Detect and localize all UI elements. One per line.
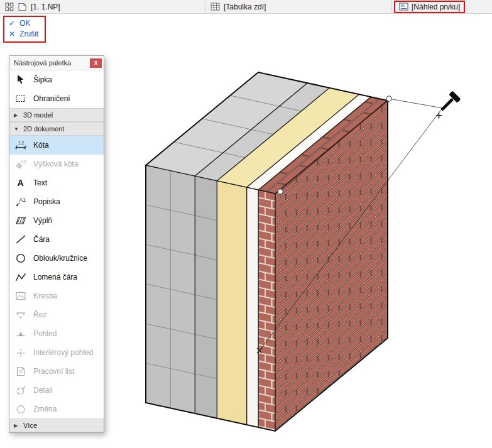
tool-label: Šipka [33, 75, 52, 84]
drawing-icon [14, 290, 28, 302]
tab-bar: [1. 1.NP] [Tabulka zdí] [Náhled prvku] [0, 0, 492, 14]
tool-polyline[interactable]: Lomená čára [9, 268, 104, 287]
tool-label: Interiérový pohled [33, 348, 93, 357]
section-3d-model[interactable]: ▶ 3D model [9, 108, 104, 122]
svg-text:1.2: 1.2 [21, 160, 27, 163]
cancel-button-label: Zrušit [19, 30, 38, 38]
tool-elevation[interactable]: Pohled [9, 324, 104, 343]
tool-line[interactable]: Čára [9, 230, 104, 249]
section-2d-document[interactable]: ▼ 2D dokument [9, 122, 104, 136]
tab-wall-schedule[interactable]: [Tabulka zdí] [205, 0, 391, 13]
tab-element-preview-label: [Náhled prvku] [412, 3, 460, 11]
tool-palette-window: Nástrojová paletka x Šipka Ohraničení ▶ … [9, 55, 104, 433]
brick-end-face [258, 190, 275, 431]
marquee-icon [14, 92, 28, 105]
tool-drawing[interactable]: Kresba [9, 287, 104, 305]
fill-hatch-icon [14, 214, 28, 227]
floor-plan-tab-icon [18, 3, 27, 11]
annotation-highlight-preview-tab: [Náhled prvku] [394, 1, 465, 13]
tool-worksheet[interactable]: Pracovní list [9, 362, 104, 381]
section-more[interactable]: ▶ Více [9, 418, 104, 432]
tab-wall-schedule-label: [Tabulka zdí] [224, 3, 266, 11]
detail-marker-icon [14, 384, 28, 396]
element-preview-tab-icon [399, 3, 408, 11]
tool-section[interactable]: Řez [9, 305, 104, 324]
section-label: Více [23, 422, 37, 429]
cancel-button[interactable]: ✕ Zrušit [9, 30, 38, 38]
section-label: 3D model [23, 111, 53, 119]
tool-label: Kresba [33, 292, 57, 300]
close-icon[interactable]: x [90, 58, 102, 68]
tool-palette-titlebar[interactable]: Nástrojová paletka x [9, 56, 104, 70]
hammer-cursor-icon [436, 90, 461, 118]
svg-text:1.2: 1.2 [18, 141, 24, 145]
tool-label: Popiska [33, 197, 60, 206]
tool-label: Pracovní list [33, 367, 74, 376]
dimension-point-marker [278, 189, 283, 194]
tool-label: Text [33, 178, 47, 187]
tool-change[interactable]: Změna [9, 400, 104, 418]
tool-label: Oblouk/kružnice [33, 254, 87, 263]
annotation-highlight-confirm: ✓ OK ✕ Zrušit [3, 16, 46, 43]
svg-text:A1: A1 [19, 197, 26, 203]
tool-level-dimension[interactable]: 1.2 Výšková kóta [9, 155, 104, 173]
tool-arrow[interactable]: Šipka [9, 70, 104, 89]
tool-label: Výšková kóta [33, 160, 78, 168]
schedule-table-icon [210, 3, 220, 11]
tool-label: Ohraničení [33, 94, 70, 103]
section-marker-icon [14, 309, 28, 321]
tool-label: Výplň [33, 216, 52, 225]
worksheet-icon [14, 365, 28, 378]
svg-text:A: A [18, 178, 24, 188]
tool-arc-circle[interactable]: Oblouk/kružnice [9, 249, 104, 268]
tool-palette-title: Nástrojová paletka [14, 59, 71, 67]
tool-label-tool[interactable]: A1 Popiska [9, 192, 104, 211]
dimension-icon: 1.2 [14, 139, 28, 151]
elevation-marker-icon [14, 327, 28, 340]
insulation-end-face [217, 181, 246, 425]
tool-text[interactable]: A Text [9, 173, 104, 192]
section-label: 2D dokument [23, 125, 64, 133]
ok-button-label: OK [19, 19, 30, 28]
tool-label: Pohled [33, 329, 57, 338]
polyline-icon [14, 271, 28, 283]
line-icon [14, 233, 28, 246]
wall-3d-preview [146, 72, 388, 431]
level-dimension-icon: 1.2 [14, 158, 28, 170]
circle-icon [14, 252, 28, 265]
label-icon: A1 [14, 195, 28, 208]
tool-detail[interactable]: Detail [9, 381, 104, 400]
tool-label: Kóta [33, 141, 49, 150]
cursor-plus-icon [436, 113, 442, 119]
tool-dimension[interactable]: 1.2 Kóta [9, 136, 104, 155]
check-icon: ✓ [9, 19, 15, 28]
tab-floor-plan-label: [1. 1.NP] [31, 3, 60, 11]
text-icon: A [14, 177, 28, 189]
x-icon: ✕ [9, 30, 15, 38]
tool-label: Lomená čára [33, 273, 77, 281]
tab-overview-grid-icon[interactable] [5, 3, 14, 11]
tool-marquee[interactable]: Ohraničení [9, 89, 104, 108]
tool-label: Detail [33, 386, 53, 395]
chevron-right-icon: ▶ [14, 423, 19, 429]
tool-interior-elevation[interactable]: Interiérový pohled [9, 343, 104, 362]
ok-button[interactable]: ✓ OK [9, 19, 38, 28]
dimension-point-marker [386, 96, 391, 101]
tool-fill[interactable]: Výplň [9, 211, 104, 230]
arrow-cursor-icon [14, 74, 28, 86]
tab-floor-plan[interactable]: [1. 1.NP] [0, 0, 205, 13]
chevron-down-icon: ▼ [14, 126, 19, 132]
chevron-right-icon: ▶ [14, 112, 19, 118]
air-gap-end-face [247, 187, 259, 427]
tab-element-preview[interactable]: [Náhled prvku] [391, 0, 492, 13]
revision-cloud-icon [14, 403, 28, 415]
tool-label: Řez [33, 310, 46, 319]
interior-elevation-icon [14, 346, 28, 359]
tool-label: Čára [33, 235, 50, 244]
tool-label: Změna [33, 405, 57, 413]
